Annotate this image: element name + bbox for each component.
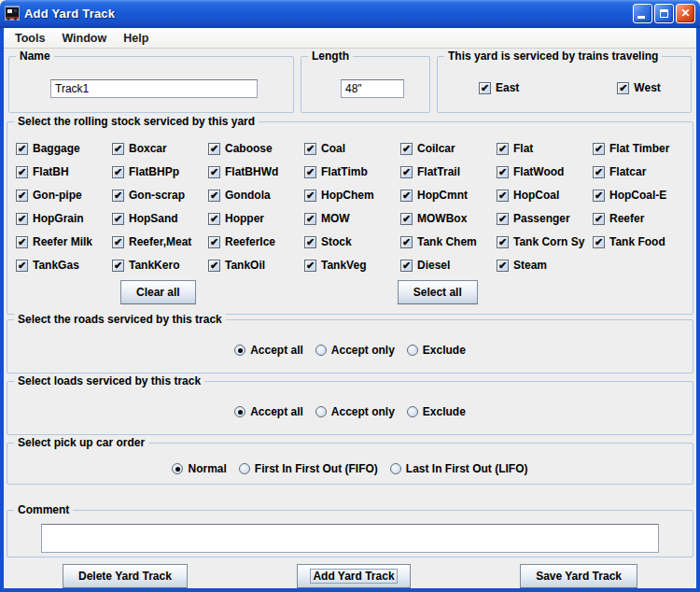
- rolling-stock-checkbox-gondola[interactable]: ✔Gondola: [208, 189, 304, 202]
- checkbox-label: Coal: [321, 142, 345, 155]
- checkbox-icon: ✔: [497, 143, 509, 155]
- rolling-stock-group-title: Select the rolling stock serviced by thi…: [14, 115, 259, 128]
- radio-icon: [234, 345, 245, 356]
- rolling-stock-checkbox-coal[interactable]: ✔Coal: [304, 142, 400, 155]
- rolling-stock-checkbox-hopchem[interactable]: ✔HopChem: [304, 189, 400, 202]
- direction-checkbox-west[interactable]: ✔West: [617, 81, 660, 94]
- radio-label: Normal: [188, 462, 226, 475]
- checkbox-label: Reefer,Meat: [129, 235, 191, 248]
- track-length-input[interactable]: [341, 79, 404, 98]
- rolling-stock-checkbox-hopcoal[interactable]: ✔HopCoal: [497, 189, 593, 202]
- checkbox-label: Stock: [321, 235, 352, 248]
- radio-accept-only[interactable]: Accept only: [315, 344, 395, 357]
- rolling-stock-checkbox-hopsand[interactable]: ✔HopSand: [112, 212, 208, 225]
- radio-last-in-first-out-lifo[interactable]: Last In First Out (LIFO): [390, 462, 528, 475]
- checkbox-label: Flat: [513, 142, 533, 155]
- radio-exclude[interactable]: Exclude: [407, 405, 466, 418]
- checkbox-label: Diesel: [417, 259, 450, 272]
- rolling-stock-checkbox-baggage[interactable]: ✔Baggage: [16, 142, 112, 155]
- direction-group: This yard is serviced by trains travelin…: [437, 56, 692, 113]
- rolling-stock-checkbox-flat[interactable]: ✔Flat: [497, 142, 593, 155]
- rolling-stock-checkbox-mow[interactable]: ✔MOW: [304, 212, 400, 225]
- rolling-stock-checkbox-reeferice[interactable]: ✔ReeferIce: [208, 235, 304, 248]
- rolling-stock-checkbox-flatbh[interactable]: ✔FlatBH: [16, 165, 112, 178]
- checkbox-icon: ✔: [593, 166, 605, 178]
- rolling-stock-checkbox-hopcmnt[interactable]: ✔HopCmnt: [400, 189, 497, 202]
- rolling-stock-checkbox-gon-pipe[interactable]: ✔Gon-pipe: [16, 189, 112, 202]
- rolling-stock-checkbox-flattimb[interactable]: ✔FlatTimb: [304, 165, 400, 178]
- rolling-stock-checkbox-gon-scrap[interactable]: ✔Gon-scrap: [112, 189, 208, 202]
- rolling-stock-checkbox-flat-timber[interactable]: ✔Flat Timber: [593, 142, 689, 155]
- window-frame: ToolsWindowHelp Name Length This yard is…: [0, 28, 700, 592]
- radio-normal[interactable]: Normal: [172, 462, 226, 475]
- rolling-stock-checkbox-reefer-milk[interactable]: ✔Reefer Milk: [16, 235, 112, 248]
- close-button[interactable]: ✕: [676, 4, 695, 23]
- select-all-button[interactable]: Select all: [398, 280, 478, 304]
- rolling-stock-group: Select the rolling stock serviced by thi…: [7, 121, 693, 315]
- radio-exclude[interactable]: Exclude: [407, 344, 466, 357]
- rolling-stock-checkbox-stock[interactable]: ✔Stock: [304, 235, 400, 248]
- roads-group-title: Select the roads serviced by this track: [14, 313, 226, 326]
- rolling-stock-checkbox-flatcar[interactable]: ✔Flatcar: [593, 165, 689, 178]
- rolling-stock-checkbox-tank-chem[interactable]: ✔Tank Chem: [400, 235, 497, 248]
- rolling-stock-checkbox-diesel[interactable]: ✔Diesel: [400, 259, 497, 272]
- rolling-stock-checkbox-caboose[interactable]: ✔Caboose: [208, 142, 304, 155]
- rolling-stock-checkbox-flatbhwd[interactable]: ✔FlatBHWd: [208, 165, 304, 178]
- name-group-title: Name: [16, 49, 54, 63]
- track-name-input[interactable]: [50, 79, 258, 98]
- name-group: Name: [8, 56, 294, 113]
- maximize-button[interactable]: [654, 4, 674, 23]
- radio-accept-all[interactable]: Accept all: [234, 405, 303, 418]
- rolling-stock-checkbox-coilcar[interactable]: ✔Coilcar: [400, 142, 497, 155]
- checkbox-icon: ✔: [208, 236, 220, 248]
- rolling-stock-checkbox-tank-food[interactable]: ✔Tank Food: [593, 235, 689, 248]
- length-group-title: Length: [308, 49, 353, 63]
- rolling-stock-checkbox-mowbox[interactable]: ✔MOWBox: [400, 212, 497, 225]
- checkbox-label: FlatWood: [513, 165, 564, 178]
- checkbox-icon: ✔: [497, 236, 509, 248]
- radio-icon: [234, 406, 245, 417]
- checkbox-label: FlatBHWd: [225, 165, 278, 178]
- rolling-stock-checkbox-reefer-meat[interactable]: ✔Reefer,Meat: [112, 235, 208, 248]
- checkbox-icon: ✔: [593, 143, 605, 155]
- rolling-stock-checkbox-passenger[interactable]: ✔Passenger: [497, 212, 593, 225]
- radio-accept-all[interactable]: Accept all: [234, 344, 303, 357]
- direction-checkbox-east[interactable]: ✔East: [479, 81, 519, 94]
- rolling-stock-checkbox-flatbhpp[interactable]: ✔FlatBHPp: [112, 165, 208, 178]
- rolling-stock-checkbox-tankoil[interactable]: ✔TankOil: [208, 259, 304, 272]
- radio-accept-only[interactable]: Accept only: [315, 405, 395, 418]
- rolling-stock-checkbox-flattrail[interactable]: ✔FlatTrail: [400, 165, 497, 178]
- direction-group-title: This yard is serviced by trains travelin…: [444, 49, 662, 63]
- delete-yard-track-button[interactable]: Delete Yard Track: [63, 564, 188, 588]
- minimize-button[interactable]: [633, 4, 652, 23]
- rolling-stock-checkbox-tankkero[interactable]: ✔TankKero: [112, 259, 208, 272]
- radio-label: Last In First Out (LIFO): [406, 462, 528, 475]
- rolling-stock-checkbox-tankveg[interactable]: ✔TankVeg: [304, 259, 400, 272]
- checkbox-label: HopCoal: [513, 189, 559, 202]
- rolling-stock-checkbox-reefer[interactable]: ✔Reefer: [593, 212, 689, 225]
- save-yard-track-button[interactable]: Save Yard Track: [520, 564, 637, 588]
- radio-first-in-first-out-fifo[interactable]: First In First Out (FIFO): [239, 462, 378, 475]
- radio-icon: [172, 463, 183, 474]
- menu-tools[interactable]: Tools: [7, 30, 53, 47]
- rolling-stock-checkbox-hopgrain[interactable]: ✔HopGrain: [16, 212, 112, 225]
- rolling-stock-checkbox-flatwood[interactable]: ✔FlatWood: [497, 165, 593, 178]
- checkbox-icon: ✔: [208, 166, 220, 178]
- menu-help[interactable]: Help: [115, 30, 157, 47]
- clear-all-button[interactable]: Clear all: [120, 280, 196, 304]
- comment-input[interactable]: [41, 524, 659, 553]
- add-yard-track-button[interactable]: Add Yard Track: [297, 564, 410, 588]
- radio-icon: [315, 345, 327, 356]
- rolling-stock-checkbox-boxcar[interactable]: ✔Boxcar: [112, 142, 208, 155]
- radio-icon: [390, 463, 401, 474]
- rolling-stock-checkbox-hopcoal-e[interactable]: ✔HopCoal-E: [593, 189, 689, 202]
- radio-label: Exclude: [423, 405, 466, 418]
- rolling-stock-checkbox-hopper[interactable]: ✔Hopper: [208, 212, 304, 225]
- rolling-stock-checkbox-tankgas[interactable]: ✔TankGas: [16, 259, 112, 272]
- checkbox-label: Hopper: [225, 212, 264, 225]
- rolling-stock-checkbox-tank-corn-sy[interactable]: ✔Tank Corn Sy: [497, 235, 593, 248]
- titlebar[interactable]: Add Yard Track ✕: [0, 0, 700, 28]
- menu-window[interactable]: Window: [53, 30, 115, 47]
- checkbox-label: TankVeg: [321, 259, 366, 272]
- rolling-stock-checkbox-steam[interactable]: ✔Steam: [497, 259, 593, 272]
